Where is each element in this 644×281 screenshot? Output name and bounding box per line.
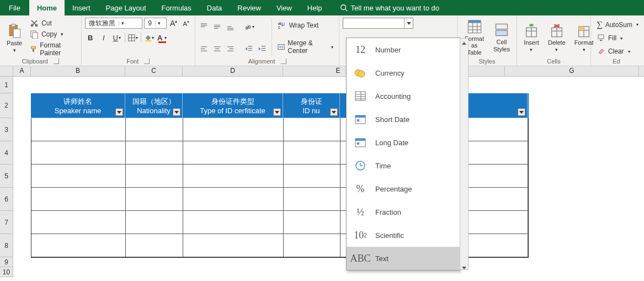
insert-cells-button[interactable]: Insert▾ xyxy=(520,17,542,58)
filter-button[interactable] xyxy=(173,108,180,116)
select-all-triangle[interactable] xyxy=(0,66,13,76)
decrease-indent-button[interactable] xyxy=(244,43,255,54)
number-format-option[interactable]: Time xyxy=(347,154,460,177)
filter-button[interactable] xyxy=(115,108,123,116)
increase-font-button[interactable]: A▴ xyxy=(168,18,179,29)
align-left-button[interactable] xyxy=(199,43,210,54)
table-cell[interactable] xyxy=(284,165,340,188)
borders-button[interactable]: ▾ xyxy=(127,32,139,43)
tab-help[interactable]: Help xyxy=(300,0,330,15)
table-cell[interactable] xyxy=(284,188,340,211)
tab-insert[interactable]: Insert xyxy=(65,0,98,15)
align-middle-button[interactable] xyxy=(212,22,223,33)
row-header[interactable]: 3 xyxy=(0,118,13,141)
number-format-option[interactable]: Short Date xyxy=(347,108,460,131)
filter-button[interactable] xyxy=(273,108,281,116)
table-header-cell[interactable]: 身份证ID nu xyxy=(283,93,340,118)
table-cell[interactable] xyxy=(31,188,126,211)
table-cell[interactable] xyxy=(284,211,340,234)
tab-data[interactable]: Data xyxy=(199,0,230,15)
row-header[interactable]: 2 xyxy=(0,93,13,118)
tab-file[interactable]: File xyxy=(0,0,29,15)
column-header[interactable]: B xyxy=(31,66,125,76)
fill-button[interactable]: Fill▾ xyxy=(594,33,641,43)
number-format-option[interactable]: Currency xyxy=(347,61,460,84)
font-size-combo[interactable]: 9▾ xyxy=(144,18,167,29)
copy-button[interactable]: Copy▾ xyxy=(28,29,78,39)
increase-indent-button[interactable] xyxy=(257,43,268,54)
table-cell[interactable] xyxy=(183,188,284,211)
table-cell[interactable] xyxy=(31,165,126,188)
wrap-text-button[interactable]: abcWrap Text xyxy=(275,20,336,30)
table-cell[interactable] xyxy=(126,234,183,257)
table-cell[interactable] xyxy=(183,234,284,257)
number-format-option[interactable]: 12Number xyxy=(347,38,460,61)
italic-button[interactable]: I xyxy=(98,32,109,43)
align-center-button[interactable] xyxy=(212,43,223,54)
tab-home[interactable]: Home xyxy=(29,0,65,15)
table-cell[interactable] xyxy=(31,211,126,234)
table-cell[interactable] xyxy=(284,234,340,257)
cut-button[interactable]: Cut xyxy=(28,18,78,28)
scroll-down-icon[interactable] xyxy=(460,261,468,269)
font-family-combo[interactable]: 微软雅黑▾ xyxy=(85,18,143,29)
column-header[interactable]: G xyxy=(505,66,639,76)
decrease-font-button[interactable]: A▾ xyxy=(180,18,191,29)
row-header[interactable]: 6 xyxy=(0,188,13,211)
clear-button[interactable]: Clear▾ xyxy=(594,46,641,56)
number-format-option[interactable]: ABCText xyxy=(347,247,460,270)
table-cell[interactable] xyxy=(183,211,284,234)
number-format-combo[interactable] xyxy=(343,18,413,29)
table-header-cell[interactable]: 国籍（地区）Nationality xyxy=(125,93,183,118)
filter-button[interactable] xyxy=(330,108,338,116)
table-cell[interactable] xyxy=(126,188,183,211)
delete-cells-button[interactable]: Delete▾ xyxy=(545,17,569,58)
row-header[interactable]: 8 xyxy=(0,234,13,257)
tab-formulas[interactable]: Formulas xyxy=(154,0,199,15)
row-header[interactable]: 4 xyxy=(0,141,13,165)
row-header[interactable]: 10 xyxy=(0,267,13,277)
column-header[interactable]: A xyxy=(13,66,31,76)
table-cell[interactable] xyxy=(284,141,340,165)
table-cell[interactable] xyxy=(183,165,284,188)
row-header[interactable]: 1 xyxy=(0,77,13,93)
align-top-button[interactable] xyxy=(199,22,210,33)
format-painter-button[interactable]: Format Painter xyxy=(28,41,78,57)
table-cell[interactable] xyxy=(31,118,126,141)
scrollbar[interactable] xyxy=(460,38,469,270)
table-cell[interactable] xyxy=(126,141,183,165)
table-cell[interactable] xyxy=(183,141,284,165)
row-header[interactable]: 9 xyxy=(0,257,13,267)
tab-review[interactable]: Review xyxy=(230,0,269,15)
fill-color-button[interactable]: ▾ xyxy=(143,32,155,43)
column-header[interactable]: D xyxy=(183,66,283,76)
font-launcher-icon[interactable] xyxy=(144,59,150,64)
font-color-button[interactable]: A▾ xyxy=(157,32,168,43)
cell-styles-button[interactable]: Cell Styles xyxy=(490,17,513,58)
underline-button[interactable]: U▾ xyxy=(111,32,123,43)
bold-button[interactable]: B xyxy=(85,32,96,43)
paste-button[interactable]: Paste ▾ xyxy=(3,18,25,58)
table-cell[interactable] xyxy=(31,141,126,165)
number-format-option[interactable]: Long Date xyxy=(347,131,460,154)
alignment-launcher-icon[interactable] xyxy=(281,59,286,64)
clipboard-launcher-icon[interactable] xyxy=(54,59,59,64)
table-cell[interactable] xyxy=(126,165,183,188)
number-format-option[interactable]: ½Fraction xyxy=(347,200,460,224)
tab-view[interactable]: View xyxy=(269,0,300,15)
row-header[interactable]: 7 xyxy=(0,211,13,234)
merge-center-button[interactable]: Merge & Center▾ xyxy=(275,39,336,55)
chevron-down-icon[interactable] xyxy=(404,18,413,28)
align-bottom-button[interactable] xyxy=(225,22,236,33)
table-cell[interactable] xyxy=(126,211,183,234)
table-header-cell[interactable]: 讲师姓名Speaker name xyxy=(31,93,125,118)
number-format-option[interactable]: 102Scientific xyxy=(347,224,460,247)
tab-page-layout[interactable]: Page Layout xyxy=(98,0,154,15)
number-format-option[interactable]: %Percentage xyxy=(347,177,460,200)
scroll-up-icon[interactable] xyxy=(460,39,468,47)
table-cell[interactable] xyxy=(31,234,126,257)
table-header-cell[interactable]: 身份证件类型Type of ID cerfiticate xyxy=(183,93,283,118)
autosum-button[interactable]: ∑AutoSum▾ xyxy=(594,19,641,30)
tell-me-search[interactable]: Tell me what you want to do xyxy=(332,0,447,15)
number-format-option[interactable]: Accounting xyxy=(347,84,460,108)
